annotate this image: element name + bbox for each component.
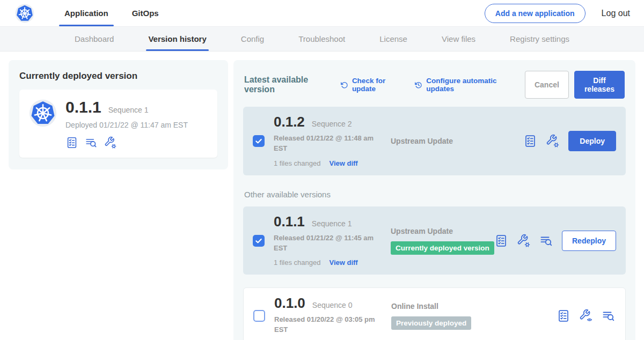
other-versions-title: Other available versions (244, 190, 625, 199)
currently-deployed-badge: Currently deployed version (391, 241, 494, 255)
tab-view-files[interactable]: View files (440, 27, 478, 51)
version-0-1-2-info: 0.1.2 Sequence 2 Released 01/21/22 @ 11:… (274, 115, 384, 167)
preflight-checks-icon[interactable] (494, 234, 508, 248)
version-row-0-1-2: 0.1.2 Sequence 2 Released 01/21/22 @ 11:… (243, 107, 626, 175)
version-source-label: Upstream Update (391, 227, 494, 235)
sequence-label: Sequence 2 (312, 120, 352, 128)
deploy-logs-icon[interactable] (85, 136, 98, 149)
sequence-label: Sequence 0 (312, 301, 353, 309)
version-0-1-1-checkbox[interactable] (253, 235, 265, 247)
released-timestamp: Released 01/20/22 @ 03:05 pm EST (274, 315, 375, 335)
available-versions-panel: Latest available version Check for updat… (233, 60, 635, 340)
logout-button[interactable]: Log out (602, 9, 630, 18)
deployed-version-card: 0.1.1 Sequence 1 Deployed 01/21/22 @ 11:… (19, 90, 217, 158)
version-number: 0.1.0 (274, 296, 305, 310)
version-0-1-2-actions: Deploy (523, 131, 616, 151)
tab-version-history-label: Version history (148, 34, 206, 43)
view-config-icon[interactable] (579, 309, 593, 323)
version-0-1-1-meta: Upstream Update Currently deployed versi… (384, 227, 494, 255)
tab-config[interactable]: Config (239, 27, 266, 51)
deployed-version-number: 0.1.1 (65, 98, 101, 116)
version-row-0-1-1: 0.1.1 Sequence 1 Released 01/21/22 @ 11:… (243, 206, 626, 275)
tab-application[interactable]: Application (53, 0, 120, 26)
view-diff-link[interactable]: View diff (329, 159, 357, 167)
latest-version-header: Latest available version Check for updat… (244, 71, 625, 99)
preflight-checks-icon[interactable] (65, 136, 78, 149)
released-timestamp: Released 01/21/22 @ 11:48 am EST (274, 134, 375, 154)
top-nav-right: Add a new application Log out (485, 0, 630, 26)
main-content: Currently deployed version 0.1.1 Sequenc… (0, 51, 644, 340)
deployed-action-icons (65, 136, 188, 149)
tab-troubleshoot-label: Troubleshoot (298, 34, 345, 43)
currently-deployed-panel: Currently deployed version 0.1.1 Sequenc… (9, 60, 228, 169)
checkmark-icon (254, 137, 263, 145)
header-action-buttons: Cancel Diff releases (525, 71, 625, 99)
version-0-1-1-actions: Redeploy (494, 231, 616, 251)
deploy-button[interactable]: Deploy (568, 131, 616, 151)
configure-automatic-updates-label: Configure automatic updates (426, 77, 514, 93)
version-0-1-0-meta: Online Install Previously deployed (385, 302, 557, 330)
version-number: 0.1.1 (274, 215, 305, 228)
deploy-logs-icon[interactable] (602, 309, 616, 323)
redeploy-button[interactable]: Redeploy (562, 231, 616, 251)
kubernetes-logo-icon[interactable] (15, 4, 34, 23)
version-0-1-1-info: 0.1.1 Sequence 1 Released 01/21/22 @ 11:… (274, 215, 384, 267)
tab-dashboard-label: Dashboard (75, 34, 114, 43)
add-new-application-button[interactable]: Add a new application (485, 4, 586, 23)
version-source-label: Upstream Update (391, 137, 523, 145)
top-nav: Application GitOps Add a new application… (0, 0, 644, 27)
kubernetes-app-icon (29, 99, 57, 127)
released-timestamp: Released 01/21/22 @ 11:45 am EST (274, 233, 375, 254)
deployed-timestamp: Deployed 01/21/22 @ 11:47 am EST (65, 121, 188, 129)
version-source-label: Online Install (391, 302, 557, 311)
version-number: 0.1.2 (274, 115, 305, 129)
tab-config-label: Config (241, 34, 264, 43)
refresh-icon (340, 80, 348, 90)
top-nav-tabs: Application GitOps (53, 0, 171, 26)
version-0-1-2-meta: Upstream Update (384, 137, 523, 145)
diff-releases-button[interactable]: Diff releases (574, 71, 625, 99)
deployed-version-details: 0.1.1 Sequence 1 Deployed 01/21/22 @ 11:… (65, 98, 188, 149)
version-row-0-1-0: 0.1.0 Sequence 0 Released 01/20/22 @ 03:… (243, 287, 626, 340)
version-0-1-0-actions (557, 309, 616, 323)
cancel-button[interactable]: Cancel (525, 71, 569, 99)
tab-gitops[interactable]: GitOps (120, 0, 171, 26)
edit-config-icon[interactable] (546, 134, 560, 148)
edit-config-icon[interactable] (517, 234, 531, 248)
check-for-update-label: Check for update (352, 77, 404, 93)
version-0-1-0-checkbox[interactable] (253, 310, 265, 322)
view-diff-link[interactable]: View diff (329, 258, 357, 267)
tab-dashboard[interactable]: Dashboard (72, 27, 116, 51)
version-0-1-0-info: 0.1.0 Sequence 0 Released 01/20/22 @ 03:… (274, 296, 385, 335)
tab-application-label: Application (64, 9, 108, 18)
check-for-update-link[interactable]: Check for update (340, 77, 404, 93)
tab-license-label: License (379, 34, 407, 43)
deploy-logs-icon[interactable] (539, 234, 553, 248)
sequence-label: Sequence 1 (312, 219, 352, 228)
tab-version-history[interactable]: Version history (146, 27, 208, 51)
files-changed-label: 1 files changed (274, 159, 320, 167)
edit-config-icon[interactable] (104, 136, 117, 149)
version-0-1-2-checkbox[interactable] (253, 135, 265, 147)
latest-version-title: Latest available version (244, 75, 330, 94)
tab-view-files-label: View files (442, 34, 475, 43)
previously-deployed-badge: Previously deployed (391, 316, 471, 330)
tab-troubleshoot[interactable]: Troubleshoot (296, 27, 347, 51)
tab-registry-settings[interactable]: Registry settings (508, 27, 572, 51)
schedule-refresh-icon (414, 80, 422, 90)
preflight-checks-icon[interactable] (557, 309, 570, 323)
tab-registry-settings-label: Registry settings (510, 34, 569, 43)
tab-gitops-label: GitOps (132, 9, 159, 18)
files-changed-label: 1 files changed (274, 258, 320, 267)
checkmark-icon (254, 236, 263, 245)
currently-deployed-title: Currently deployed version (19, 71, 217, 82)
deployed-sequence-label: Sequence 1 (108, 106, 149, 114)
preflight-checks-icon[interactable] (523, 134, 537, 148)
configure-automatic-updates-link[interactable]: Configure automatic updates (414, 77, 514, 93)
tab-license[interactable]: License (377, 27, 409, 51)
app-sub-nav: Dashboard Version history Config Trouble… (0, 27, 644, 51)
